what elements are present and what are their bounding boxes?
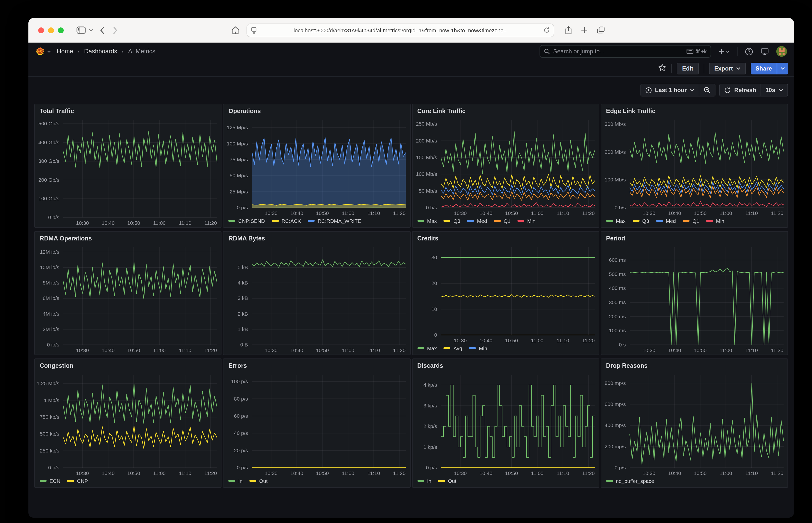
legend-item-no_buffer_space[interactable]: no_buffer_space (606, 478, 654, 484)
address-bar[interactable]: localhost:3000/d/aehx31s9k4p34d/ai-metri… (247, 23, 554, 37)
legend-item-Min[interactable]: Min (469, 345, 487, 351)
new-tab-icon[interactable] (581, 26, 588, 34)
svg-text:10:30: 10:30 (642, 470, 655, 476)
grafana-logo[interactable] (35, 47, 45, 56)
legend-color-swatch (40, 480, 47, 482)
time-range-picker[interactable]: Last 1 hour (641, 84, 699, 96)
org-switcher-chevron-icon[interactable] (47, 50, 51, 53)
legend-item-Out[interactable]: Out (249, 478, 268, 484)
chart-discards[interactable]: 0 p/s1 kp/s2 kp/s3 kp/s4 kp/s10:3010:401… (412, 372, 599, 477)
legend-item-CNP[interactable]: CNP (67, 478, 88, 484)
legend-color-swatch (606, 220, 613, 222)
panel-title-credits[interactable]: Credits (412, 232, 599, 245)
legend-item-Avg[interactable]: Avg (444, 345, 462, 351)
reload-icon[interactable] (544, 27, 550, 33)
legend-item-RC:RDMA_WRITE[interactable]: RC:RDMA_WRITE (308, 218, 361, 224)
chart-rdma-operations[interactable]: 0 io/s2M io/s4M io/s6M io/s8M io/s10M io… (35, 245, 221, 355)
breadcrumb-home[interactable]: Home (57, 48, 73, 55)
chart-errors[interactable]: 0 p/s20 p/s40 p/s60 p/s80 p/s100 p/s10:3… (224, 372, 410, 477)
panel-title-operations[interactable]: Operations (224, 104, 410, 117)
svg-text:11:20: 11:20 (771, 470, 783, 476)
svg-text:30: 30 (431, 255, 437, 260)
clock-icon (645, 87, 652, 93)
refresh-button[interactable]: Refresh (720, 84, 761, 96)
legend-item-Q1[interactable]: Q1 (683, 218, 699, 224)
panel-title-discards[interactable]: Discards (412, 359, 599, 372)
legend-item-Out[interactable]: Out (438, 478, 457, 484)
export-button[interactable]: Export (709, 62, 746, 74)
star-dashboard-icon[interactable] (658, 64, 667, 73)
legend-item-Max[interactable]: Max (417, 218, 437, 224)
svg-text:11:20: 11:20 (393, 470, 406, 476)
chevron-down-icon[interactable] (89, 29, 93, 32)
add-new-button[interactable] (719, 48, 730, 55)
home-icon[interactable] (231, 26, 240, 34)
chart-core-link-traffic[interactable]: 0 b/s50 Mb/s100 Mb/s150 Mb/s200 Mb/s250 … (412, 117, 599, 217)
svg-text:10:50: 10:50 (316, 347, 329, 353)
panel-title-core-link-traffic[interactable]: Core Link Traffic (412, 104, 599, 117)
svg-text:5 kB: 5 kB (238, 265, 248, 270)
panel-title-congestion[interactable]: Congestion (35, 359, 221, 372)
legend-item-In[interactable]: In (417, 478, 431, 484)
svg-text:150 Mb/s: 150 Mb/s (416, 155, 437, 160)
share-menu-button[interactable] (777, 62, 788, 74)
chart-canvas-period: 0 s100 ms200 ms300 ms400 ms500 ms600 ms1… (601, 245, 788, 355)
legend-item-Min[interactable]: Min (706, 218, 724, 224)
share-page-icon[interactable] (565, 26, 572, 34)
svg-text:10:40: 10:40 (102, 220, 115, 226)
page-privacy-icon[interactable] (251, 27, 257, 34)
legend-item-RC:ACK[interactable]: RC:ACK (272, 218, 301, 224)
back-icon[interactable] (100, 26, 105, 34)
legend-item-Min[interactable]: Min (517, 218, 536, 224)
legend-item-Max[interactable]: Max (417, 345, 437, 351)
svg-text:250 Mb/s: 250 Mb/s (416, 121, 437, 127)
share-button[interactable]: Share (751, 62, 777, 74)
svg-text:10:30: 10:30 (454, 338, 466, 343)
keyboard-icon (687, 49, 693, 54)
chart-rdma-bytes[interactable]: 0 B1 kB2 kB3 kB4 kB5 kB10:3010:4010:5011… (224, 245, 410, 355)
legend-item-Q1[interactable]: Q1 (494, 218, 511, 224)
svg-text:10:40: 10:40 (668, 210, 681, 216)
tab-overview-icon[interactable] (597, 26, 605, 34)
legend-item-Med[interactable]: Med (467, 218, 487, 224)
panel-title-drop-reasons[interactable]: Drop Reasons (601, 359, 788, 372)
news-icon[interactable] (761, 48, 769, 55)
panel-title-total-traffic[interactable]: Total Traffic (35, 104, 221, 117)
chart-credits[interactable]: 010203010:3010:4010:5011:0011:1011:20 (412, 245, 599, 345)
chart-operations[interactable]: 0 p/s25 Mp/s50 Mp/s75 Mp/s100 Mp/s125 Mp… (224, 117, 410, 217)
legend-item-ECN[interactable]: ECN (40, 478, 60, 484)
zoom-out-button[interactable] (699, 84, 715, 96)
legend-item-Med[interactable]: Med (656, 218, 676, 224)
panel-title-rdma-bytes[interactable]: RDMA Bytes (224, 232, 410, 245)
minimize-window-button[interactable] (48, 27, 54, 33)
legend-item-Q3[interactable]: Q3 (632, 218, 649, 224)
panel-title-edge-link-traffic[interactable]: Edge Link Traffic (601, 104, 788, 117)
user-avatar[interactable] (776, 46, 787, 57)
legend-color-swatch (229, 480, 235, 482)
panel-title-errors[interactable]: Errors (224, 359, 410, 372)
sidebar-icon[interactable] (76, 26, 86, 34)
panel-title-period[interactable]: Period (601, 232, 788, 245)
chart-total-traffic[interactable]: 0 b/s100 Gb/s200 Gb/s300 Gb/s400 Gb/s500… (35, 117, 221, 227)
legend-item-In[interactable]: In (229, 478, 243, 484)
svg-text:10:50: 10:50 (505, 470, 518, 476)
breadcrumb-dashboards[interactable]: Dashboards (84, 48, 117, 55)
close-window-button[interactable] (38, 27, 44, 33)
zoom-window-button[interactable] (58, 27, 64, 33)
refresh-interval-picker[interactable]: 10s (761, 84, 788, 96)
svg-text:11:00: 11:00 (720, 470, 732, 476)
chart-period[interactable]: 0 s100 ms200 ms300 ms400 ms500 ms600 ms1… (601, 245, 788, 355)
svg-text:10:40: 10:40 (102, 470, 115, 476)
edit-button[interactable]: Edit (677, 62, 699, 74)
legend-item-Max[interactable]: Max (606, 218, 626, 224)
legend-item-CNP:SEND[interactable]: CNP:SEND (229, 218, 265, 224)
chart-congestion[interactable]: 0 p/s250 kp/s500 kp/s750 kp/s1 Mp/s1.25 … (35, 372, 221, 477)
legend-item-Q3[interactable]: Q3 (444, 218, 460, 224)
forward-icon[interactable] (113, 26, 118, 34)
panel-title-rdma-operations[interactable]: RDMA Operations (35, 232, 221, 245)
chart-drop-reasons[interactable]: 0 p/s200 mp/s400 mp/s600 mp/s800 mp/s10:… (601, 372, 788, 477)
chart-edge-link-traffic[interactable]: 0 b/s100 Mb/s200 Mb/s300 Mb/s10:3010:401… (601, 117, 788, 217)
help-icon[interactable] (745, 47, 753, 56)
search-input[interactable]: Search or jump to... ⌘+k (540, 45, 711, 58)
svg-text:11:10: 11:10 (179, 220, 191, 226)
